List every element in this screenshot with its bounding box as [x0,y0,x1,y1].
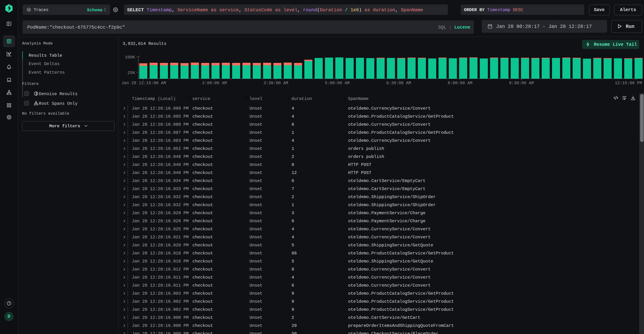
svg-text:6:30:00 AM: 6:30:00 AM [386,81,411,85]
svg-text:25K: 25K [128,70,135,75]
svg-text:12:15:00 PM: 12:15:00 PM [615,81,642,85]
svg-text:9:30:00 AM: 9:30:00 AM [509,81,534,85]
svg-text:3:30:00 AM: 3:30:00 AM [264,81,288,85]
svg-text:8:00:00 AM: 8:00:00 AM [448,81,472,85]
svg-text:2:00:00 AM: 2:00:00 AM [202,81,227,85]
svg-text:Jan 28 12:15:00 AM: Jan 28 12:15:00 AM [122,81,166,85]
svg-text:100K: 100K [125,55,135,60]
svg-text:5:00:00 AM: 5:00:00 AM [325,81,350,85]
